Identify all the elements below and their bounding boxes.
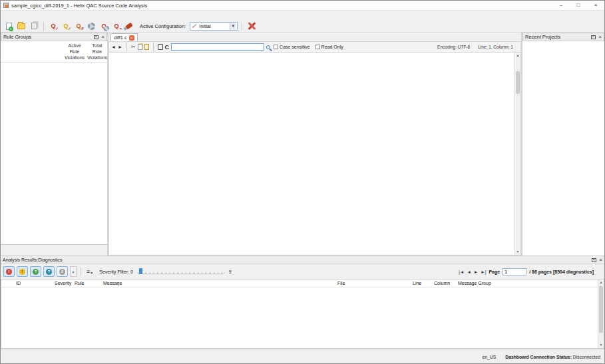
float-panel-icon[interactable]: [591, 35, 596, 39]
previous-page-button[interactable]: ◄: [467, 270, 471, 274]
copy-button[interactable]: [138, 44, 142, 50]
scrollbar-thumb[interactable]: [599, 286, 603, 333]
code-editor[interactable]: ▲ ▼: [108, 53, 521, 256]
new-project-icon: +: [6, 23, 12, 30]
diagnostics-vertical-scrollbar[interactable]: ▲ ▼: [598, 279, 604, 348]
close-panel-icon[interactable]: ×: [101, 35, 104, 39]
open-project-button[interactable]: [16, 21, 27, 31]
dashboard-connection-status: Dashboard Connection Status: Disconnecte…: [505, 355, 600, 359]
diagnostics-panel: Analysis Results:Diagnostics × ! ! ? ? 2…: [1, 256, 604, 349]
total-violations-column-header[interactable]: Total Rule Violations: [86, 43, 108, 61]
diagnostics-table: ID Severity Rule Message File Line Colum…: [1, 279, 604, 349]
new-project-button[interactable]: +: [3, 21, 14, 31]
dashboard-connect-button[interactable]: [124, 21, 134, 31]
configure-analysis-button[interactable]: Q: [99, 21, 109, 31]
more-filters-button[interactable]: ▼: [70, 266, 77, 277]
navigate-back-button[interactable]: ◄: [111, 45, 116, 49]
active-configuration-combobox[interactable]: Initial ▼: [190, 22, 238, 31]
search-icon[interactable]: [266, 45, 270, 49]
close-panel-icon[interactable]: ×: [599, 258, 602, 262]
column-header-severity[interactable]: Severity: [55, 281, 75, 285]
bookmark-button[interactable]: [158, 44, 163, 50]
diagnostics-toolbar: ! ! ? ? 2 ▼ ≡▼ Severity Filter: 0 9 |◄ ◄…: [1, 264, 604, 279]
next-page-button[interactable]: ►: [474, 270, 478, 274]
column-header-message[interactable]: Message: [103, 281, 337, 285]
case-sensitive-option[interactable]: Case sensitive: [274, 45, 310, 49]
title-bar: sample_cgicc_diff-2019_1 - Helix QAC Sou…: [1, 1, 604, 11]
toolbar-separator: [242, 22, 242, 31]
filter-severity-green-button[interactable]: ?: [30, 266, 41, 277]
filter-severity-yellow-button[interactable]: !: [17, 266, 28, 277]
diagnostics-table-header: ID Severity Rule Message File Line Colum…: [1, 279, 604, 287]
open-folder-icon: [17, 23, 25, 29]
suppressed-icon: 2: [59, 269, 65, 275]
diagnostics-panel-header: Analysis Results:Diagnostics ×: [1, 256, 604, 264]
slider-thumb[interactable]: [139, 268, 142, 274]
severity-filter-slider[interactable]: [138, 268, 224, 275]
severity-filter-label: Severity Filter: 0: [99, 270, 133, 274]
remove-analysis-button[interactable]: Q×: [111, 21, 122, 31]
chevron-down-icon[interactable]: ▼: [230, 23, 236, 30]
page-count-label: / 86 pages [8504 diagnostics]: [529, 270, 594, 274]
float-panel-icon[interactable]: [94, 35, 99, 39]
maximize-button[interactable]: □: [570, 1, 587, 10]
filter-severity-teal-button[interactable]: ?: [43, 266, 55, 277]
active-violations-column-header[interactable]: Active Rule Violations: [63, 43, 86, 61]
editor-vertical-scrollbar[interactable]: ▲ ▼: [514, 53, 520, 255]
float-panel-icon[interactable]: [592, 258, 596, 262]
editor-toolbar: ◄ ► ✂ C Case sensitive Read Only Encodin…: [108, 41, 521, 53]
column-header-id[interactable]: ID: [16, 281, 55, 285]
analyze-file-button[interactable]: Q✓: [48, 21, 59, 31]
navigate-forward-button[interactable]: ►: [118, 45, 122, 49]
scroll-down-icon[interactable]: ▼: [598, 342, 604, 348]
crossed-tools-icon: [247, 21, 256, 31]
cut-button[interactable]: ✂: [131, 44, 136, 50]
editor-tab[interactable]: diff1.c ×: [110, 33, 138, 41]
editor-search-input[interactable]: [171, 43, 264, 51]
analyze-project-button[interactable]: Q✓: [61, 21, 71, 31]
toolbar-separator: [43, 22, 44, 31]
column-header-column[interactable]: Column: [434, 281, 458, 285]
recent-projects-list: [522, 41, 604, 256]
plug-icon: [125, 23, 133, 30]
rule-groups-panel: Rule Groups × Active Rule Violations Tot…: [1, 33, 108, 256]
close-tab-icon[interactable]: ×: [129, 35, 134, 41]
settings-button[interactable]: [86, 21, 97, 31]
last-page-button[interactable]: ►|: [481, 270, 486, 274]
rule-groups-tree: [1, 63, 107, 244]
reload-button[interactable]: C: [165, 44, 170, 51]
read-only-option[interactable]: Read Only: [315, 45, 343, 49]
status-bar: en_US Dashboard Connection Status: Disco…: [1, 349, 604, 363]
stop-analysis-button[interactable]: Q↺: [73, 21, 84, 31]
scroll-down-icon[interactable]: ▼: [515, 249, 520, 255]
recent-projects-header: Recent Projects ×: [522, 33, 604, 41]
diagnostics-panel-title: Analysis Results:Diagnostics: [3, 258, 62, 262]
locale-indicator: en_US: [482, 355, 496, 359]
rule-groups-title: Rule Groups: [3, 34, 31, 40]
sort-menu-icon[interactable]: ≡▼: [87, 268, 93, 275]
close-button[interactable]: ×: [587, 1, 604, 10]
column-header-message-group[interactable]: Message Group: [458, 281, 604, 285]
first-page-button[interactable]: |◄: [459, 270, 464, 274]
column-header-line[interactable]: Line: [413, 281, 434, 285]
main-toolbar: + Q✓ Q✓ Q↺ Q Q× Active Configuration: In…: [1, 20, 604, 33]
close-panel-icon[interactable]: ×: [598, 35, 602, 39]
gear-small-icon: [104, 26, 109, 31]
column-header-rule[interactable]: Rule: [75, 281, 103, 285]
scroll-up-icon[interactable]: ▲: [598, 279, 604, 285]
case-sensitive-checkbox[interactable]: [274, 45, 278, 49]
save-project-button[interactable]: [29, 21, 39, 31]
tools-button[interactable]: [246, 21, 257, 31]
paste-button[interactable]: [144, 44, 149, 50]
scrollbar-thumb[interactable]: [516, 71, 520, 94]
filter-suppressed-button[interactable]: 2: [57, 266, 68, 277]
column-header-file[interactable]: File: [337, 281, 413, 285]
filter-severity-red-button[interactable]: !: [3, 266, 15, 277]
page-label: Page: [489, 270, 500, 274]
recent-projects-title: Recent Projects: [525, 34, 560, 40]
scroll-up-icon[interactable]: ▲: [515, 53, 520, 59]
read-only-checkbox[interactable]: [315, 45, 320, 49]
minimize-button[interactable]: –: [552, 1, 570, 10]
code-lines: [109, 54, 514, 255]
page-number-input[interactable]: [503, 268, 526, 275]
